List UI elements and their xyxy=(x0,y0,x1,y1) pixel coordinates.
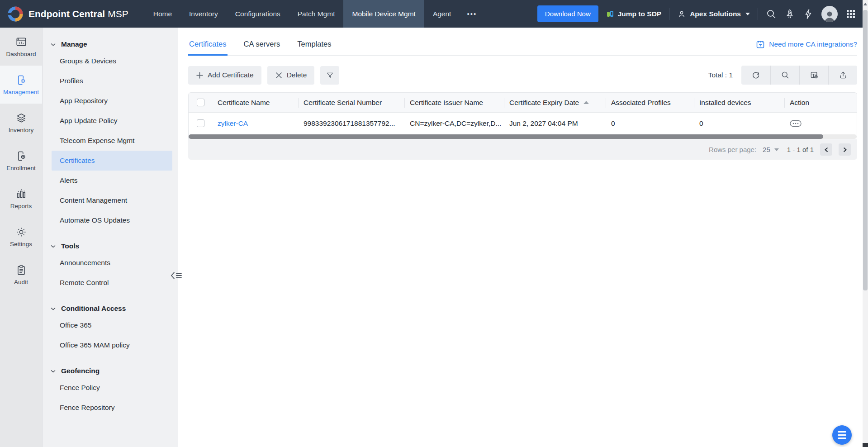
nav-item-agent[interactable]: Agent xyxy=(424,0,460,28)
tab-ca-servers[interactable]: CA servers xyxy=(243,40,281,56)
device-enroll-icon xyxy=(15,150,27,162)
chevron-down-icon xyxy=(745,13,750,15)
chevron-down-icon xyxy=(774,148,779,151)
sidebar-item-profiles[interactable]: Profiles xyxy=(43,71,178,91)
nav-item-inventory[interactable]: Inventory xyxy=(180,0,227,28)
column-customize-icon[interactable] xyxy=(799,66,828,85)
rail-item-management[interactable]: Management xyxy=(0,66,42,104)
row-checkbox[interactable] xyxy=(197,119,204,127)
vscroll-thumb[interactable] xyxy=(863,10,868,290)
installed-devices-value: 0 xyxy=(694,113,784,134)
hscroll-thumb[interactable] xyxy=(189,134,823,139)
search-icon[interactable] xyxy=(766,9,777,19)
table-horizontal-scrollbar xyxy=(189,134,857,139)
rail-item-audit[interactable]: Audit xyxy=(0,256,42,294)
sidebar-item-telecom-expense-mgmt[interactable]: Telecom Expense Mgmt xyxy=(43,131,178,151)
section-header-tools[interactable]: Tools xyxy=(43,239,178,253)
chevron-down-icon xyxy=(50,42,56,48)
need-more-ca-integrations-link[interactable]: Need more CA integrations? xyxy=(756,40,857,55)
sidebar-item-groups-devices[interactable]: Groups & Devices xyxy=(43,51,178,71)
rows-per-page-select[interactable]: 25 xyxy=(763,146,779,153)
prev-page-button[interactable] xyxy=(820,143,832,156)
module-rail: Dashboard Management Inventory xyxy=(0,28,43,447)
rail-item-enrollment[interactable]: Enrollment xyxy=(0,142,42,180)
add-certificate-button[interactable]: Add Certificate xyxy=(188,66,261,85)
sidebar-item-certificates[interactable]: Certificates xyxy=(52,151,172,171)
sidebar-item-fence-policy[interactable]: Fence Policy xyxy=(43,378,178,398)
navbar-right: Download Now Jump to SDP Apex Solutions xyxy=(537,0,868,28)
avatar[interactable] xyxy=(821,6,838,22)
layers-icon xyxy=(15,112,27,124)
chevron-down-icon xyxy=(50,368,56,374)
certificate-issuer-value: CN=zylker-CA,DC=zylker,D... xyxy=(404,113,504,134)
sidebar-section-manage: Manage Groups & Devices Profiles App Rep… xyxy=(43,38,178,230)
jump-to-sdp[interactable]: Jump to SDP xyxy=(606,10,661,18)
rail-item-reports[interactable]: Reports xyxy=(0,180,42,218)
refresh-icon[interactable] xyxy=(741,66,770,85)
sidebar-item-remote-control[interactable]: Remote Control xyxy=(43,273,178,293)
sidebar-collapse-icon[interactable] xyxy=(170,271,183,281)
endpoint-central-logo-icon xyxy=(7,6,24,22)
tab-templates[interactable]: Templates xyxy=(296,40,332,56)
certificate-serial-value: 9983392306171881357792... xyxy=(298,113,404,134)
row-select-cell xyxy=(189,113,212,134)
app-grid-icon[interactable] xyxy=(845,9,856,19)
certificates-table: Certificate Name Certificate Serial Numb… xyxy=(188,92,857,139)
sidebar-item-fence-repository[interactable]: Fence Repository xyxy=(43,398,178,418)
total-count: Total : 1 xyxy=(708,71,733,79)
section-header-geofencing[interactable]: Geofencing xyxy=(43,364,178,378)
sdp-icon xyxy=(606,10,614,18)
more-menu-icon[interactable]: ••• xyxy=(460,0,484,28)
floating-menu-button[interactable] xyxy=(832,425,852,445)
certificate-name-link[interactable]: zylker-CA xyxy=(218,119,248,128)
clipboard-icon xyxy=(15,264,27,276)
column-header-issuer-name[interactable]: Certificate Issuer Name xyxy=(404,93,504,112)
sidebar-item-app-update-policy[interactable]: App Update Policy xyxy=(43,111,178,131)
scroll-up-arrow[interactable] xyxy=(863,3,867,5)
column-header-installed-devices[interactable]: Installed devices xyxy=(694,93,784,112)
nav-item-configurations[interactable]: Configurations xyxy=(227,0,289,28)
main-content: Certificates CA servers Templates Need m… xyxy=(178,28,868,447)
chevron-down-icon xyxy=(50,243,56,249)
sidebar-item-office-365[interactable]: Office 365 xyxy=(43,315,178,335)
rail-item-settings[interactable]: Settings xyxy=(0,218,42,256)
delete-button[interactable]: Delete xyxy=(267,66,315,85)
section-header-conditional-access[interactable]: Conditional Access xyxy=(43,302,178,315)
sidebar-item-automate-os-updates[interactable]: Automate OS Updates xyxy=(43,210,178,230)
filter-button[interactable] xyxy=(320,66,339,85)
account-menu[interactable]: Apex Solutions xyxy=(677,10,750,19)
sidebar-item-announcements[interactable]: Announcements xyxy=(43,253,178,273)
column-header-certificate-name[interactable]: Certificate Name xyxy=(212,93,298,112)
hscroll-track[interactable] xyxy=(189,134,857,139)
export-icon[interactable] xyxy=(828,66,857,85)
sidebar-item-app-repository[interactable]: App Repository xyxy=(43,91,178,111)
search-icon[interactable] xyxy=(770,66,799,85)
whats-new-rocket-icon[interactable] xyxy=(784,9,795,19)
certificate-expiry-value: Jun 2, 2027 04:04 PM xyxy=(504,113,606,134)
column-header-serial-number[interactable]: Certificate Serial Number xyxy=(298,93,404,112)
tab-certificates[interactable]: Certificates xyxy=(188,40,228,56)
sidebar-item-alerts[interactable]: Alerts xyxy=(43,171,178,190)
column-header-expiry-date[interactable]: Certificate Expiry Date xyxy=(504,93,606,112)
nav-item-mobile-device-mgmt[interactable]: Mobile Device Mgmt xyxy=(343,0,424,28)
table-actions-group xyxy=(741,66,857,85)
rail-item-inventory[interactable]: Inventory xyxy=(0,104,42,142)
nav-item-patch-mgmt[interactable]: Patch Mgmt xyxy=(289,0,344,28)
sidebar-item-content-management[interactable]: Content Management xyxy=(43,190,178,210)
next-page-button[interactable] xyxy=(839,143,851,156)
chevron-down-icon xyxy=(50,306,56,312)
row-actions-icon[interactable] xyxy=(790,120,802,127)
download-now-button[interactable]: Download Now xyxy=(537,5,598,22)
sidebar-item-office-365-mam-policy[interactable]: Office 365 MAM policy xyxy=(43,335,178,355)
quick-actions-bolt-icon[interactable] xyxy=(803,9,814,19)
divider xyxy=(758,8,758,20)
rail-item-dashboard[interactable]: Dashboard xyxy=(0,28,42,66)
section-header-manage[interactable]: Manage xyxy=(43,38,178,51)
filter-icon xyxy=(326,71,334,79)
gear-icon xyxy=(15,226,27,238)
nav-item-home[interactable]: Home xyxy=(145,0,180,28)
table-row: zylker-CA 9983392306171881357792... CN=z… xyxy=(189,113,857,134)
column-header-associated-profiles[interactable]: Associated Profiles xyxy=(606,93,694,112)
close-icon xyxy=(275,71,283,79)
select-all-checkbox[interactable] xyxy=(197,99,204,106)
